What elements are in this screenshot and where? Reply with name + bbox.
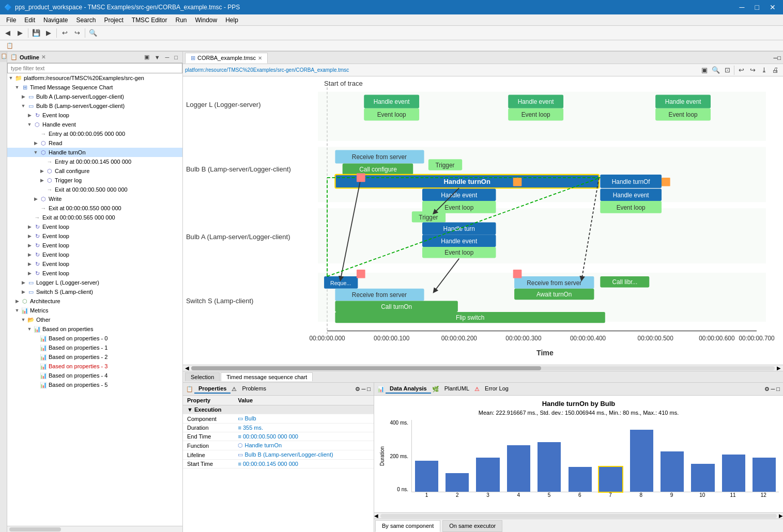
expand-root[interactable]: ▼ — [7, 75, 14, 81]
errorlog-tab[interactable]: Error Log — [481, 384, 513, 394]
tree-item-other[interactable]: ▼ 📂 Other — [7, 315, 182, 324]
tree-item-evloop2[interactable]: ▶ ↻ Event loop — [7, 222, 182, 231]
bar-column-9[interactable] — [657, 420, 686, 492]
menu-edit[interactable]: Edit — [20, 15, 39, 25]
tree-item-bop[interactable]: ▼ 📊 Based on properties — [7, 324, 182, 334]
menu-help[interactable]: Help — [221, 15, 242, 25]
bar-column-1[interactable] — [412, 420, 441, 492]
editor-toolbar-redo-btn[interactable]: ↪ — [747, 65, 758, 76]
expand-arch[interactable]: ▶ — [13, 299, 21, 304]
expand-handle-turnon[interactable]: ▼ — [32, 150, 39, 155]
bar-10[interactable] — [691, 464, 714, 492]
tree-item-root[interactable]: ▼ 📁 platform:/resource/TMSC%20Examples/s… — [7, 73, 182, 83]
tree-item-evloop4[interactable]: ▶ ↻ Event loop — [7, 241, 182, 250]
properties-max-btn[interactable]: □ — [367, 386, 371, 393]
tree-item-evloop1[interactable]: ▶ ↻ Event loop — [7, 111, 182, 120]
expand-evloop6[interactable]: ▶ — [26, 261, 33, 267]
expand-call-configure[interactable]: ▶ — [38, 168, 45, 174]
bar-1[interactable] — [415, 461, 438, 492]
editor-toolbar-print-btn[interactable]: 🖨 — [770, 65, 781, 76]
expand-evloop4[interactable]: ▶ — [26, 243, 33, 248]
toolbar-run-btn[interactable]: ▶ — [43, 27, 54, 39]
expand-evloop5[interactable]: ▶ — [26, 252, 33, 257]
bar-column-7[interactable] — [596, 420, 625, 492]
editor-toolbar-view-btn[interactable]: ▣ — [699, 65, 710, 76]
bar-5[interactable] — [538, 442, 561, 492]
tab-bar-max-btn[interactable]: □ — [777, 55, 781, 61]
tree-item-entry1[interactable]: ▶ → Entry at 00:00:00.095 000 000 — [7, 129, 182, 138]
expand-other[interactable]: ▼ — [20, 317, 27, 322]
menu-run[interactable]: Run — [171, 15, 191, 25]
expand-loggerL[interactable]: ▶ — [20, 280, 27, 285]
tree-item-write1[interactable]: ▶ ⬡ Write — [7, 194, 182, 204]
bar-8[interactable] — [630, 430, 653, 492]
tree-item-tmsc[interactable]: ▼ ⊞ Timed Message Sequence Chart — [7, 83, 182, 92]
tab-close-btn[interactable]: ✕ — [258, 55, 262, 61]
bar-column-11[interactable] — [719, 420, 748, 492]
data-analysis-tab[interactable]: Data Analysis — [386, 384, 431, 394]
toolbar-undo-btn[interactable]: ↩ — [59, 27, 70, 39]
tree-item-metrics[interactable]: ▼ 📊 Metrics — [7, 306, 182, 315]
tree-item-bop4[interactable]: ▶ 📊 Based on properties - 4 — [7, 371, 182, 380]
outline-scroll[interactable] — [7, 526, 182, 532]
bar-12[interactable] — [753, 458, 776, 492]
outline-close[interactable]: ✕ — [41, 54, 45, 60]
tree-item-switchS[interactable]: ▶ ▭ Switch S (Lamp-client) — [7, 287, 182, 296]
menu-window[interactable]: Window — [191, 15, 222, 25]
outline-menu-btn[interactable]: ▼ — [153, 53, 162, 61]
chart-scroll-left[interactable]: ◀ — [374, 513, 378, 519]
bar-column-12[interactable] — [750, 420, 779, 492]
toolbar-save-btn[interactable]: 💾 — [30, 27, 42, 39]
toolbar-back-btn[interactable]: ◀ — [2, 27, 13, 39]
prop-row-endtime[interactable]: End Time ≡ 00:00:00.500 000 000 — [183, 432, 374, 441]
bar-4[interactable] — [507, 445, 530, 492]
properties-tab[interactable]: Properties — [194, 384, 231, 394]
tree-item-exit2[interactable]: ▶ → Exit at 00:00:00.550 000 000 — [7, 204, 182, 213]
tree-item-handle-event[interactable]: ▼ ⬡ Handle event — [7, 120, 182, 129]
tree-item-bop2[interactable]: ▶ 📊 Based on properties - 2 — [7, 352, 182, 362]
tree-item-bulbB[interactable]: ▼ ▭ Bulb B (Lamp-server/Logger-client) — [7, 101, 182, 111]
menu-tmsc-editor[interactable]: TMSC Editor — [128, 15, 172, 25]
tree-item-evloop7[interactable]: ▶ ↻ Event loop — [7, 269, 182, 278]
tmsc-hscroll[interactable]: ◀ ▶ — [183, 365, 783, 371]
tree-item-handle-turnon[interactable]: ▼ ⬡ Handle turnOn — [7, 148, 182, 157]
sidebar-tab-outline[interactable]: 📋 — [0, 52, 7, 62]
tree-item-bop1[interactable]: ▶ 📊 Based on properties - 1 — [7, 343, 182, 352]
toolbar-forward-btn[interactable]: ▶ — [14, 27, 26, 39]
tree-item-bop3[interactable]: ▶ 📊 Based on properties - 3 — [7, 362, 182, 371]
tree-item-evloop6[interactable]: ▶ ↻ Event loop — [7, 259, 182, 269]
outline-max-btn[interactable]: □ — [173, 53, 179, 61]
expand-metrics[interactable]: ▼ — [13, 308, 21, 313]
prop-row-function[interactable]: Function ⬡ Handle turnOn — [183, 441, 374, 450]
tree-item-exit1[interactable]: ▶ → Exit at 00:00:00.500 000 000 — [7, 185, 182, 194]
menu-navigate[interactable]: Navigate — [39, 15, 72, 25]
tree-item-call-configure[interactable]: ▶ ⬡ Call configure — [7, 166, 182, 176]
bar-column-6[interactable] — [565, 420, 594, 492]
tree-item-loggerL[interactable]: ▶ ▭ Logger L (Logger-server) — [7, 278, 182, 287]
tree-item-arch[interactable]: ▶ ⬡ Architecture — [7, 296, 182, 306]
tree-item-bop5[interactable]: ▶ 📊 Based on properties - 5 — [7, 380, 182, 389]
da-max-btn[interactable]: □ — [776, 386, 780, 393]
tmsc-scrolltrack[interactable] — [191, 366, 775, 370]
bar-7[interactable] — [599, 467, 622, 492]
properties-min-btn[interactable]: ─ — [362, 386, 366, 393]
chart-tab-same-executor[interactable]: On same executor — [442, 520, 502, 532]
bar-9[interactable] — [661, 451, 684, 492]
tree-item-trigger-log[interactable]: ▶ ⬡ Trigger log — [7, 176, 182, 185]
tree-item-read1[interactable]: ▶ ⬡ Read — [7, 138, 182, 148]
toolbar-search-btn[interactable]: 🔍 — [87, 27, 99, 39]
editor-toolbar-export-btn[interactable]: ⤓ — [758, 65, 770, 76]
plantuml-tab[interactable]: PlantUML — [440, 384, 473, 394]
prop-row-starttime[interactable]: Start Time ≡ 00:00:00.145 000 000 — [183, 460, 374, 468]
expand-tmsc[interactable]: ▼ — [13, 85, 21, 90]
bar-column-8[interactable] — [627, 420, 656, 492]
da-filter-btn[interactable]: ⚙ — [764, 386, 770, 393]
bar-column-2[interactable] — [442, 420, 471, 492]
outline-filter-input[interactable] — [7, 63, 182, 73]
tmsc-diagram[interactable]: Logger L (Logger-server) Bulb B (Lamp-se… — [183, 76, 783, 365]
tree-item-entry2[interactable]: ▶ → Entry at 00:00:00.145 000 000 — [7, 157, 182, 166]
prop-row-duration[interactable]: Duration ≡ 355 ms. — [183, 424, 374, 432]
menu-search[interactable]: Search — [72, 15, 100, 25]
tmsc-scroll-right[interactable]: ▶ — [777, 365, 781, 371]
chart-scroll-right[interactable]: ▶ — [779, 513, 783, 519]
